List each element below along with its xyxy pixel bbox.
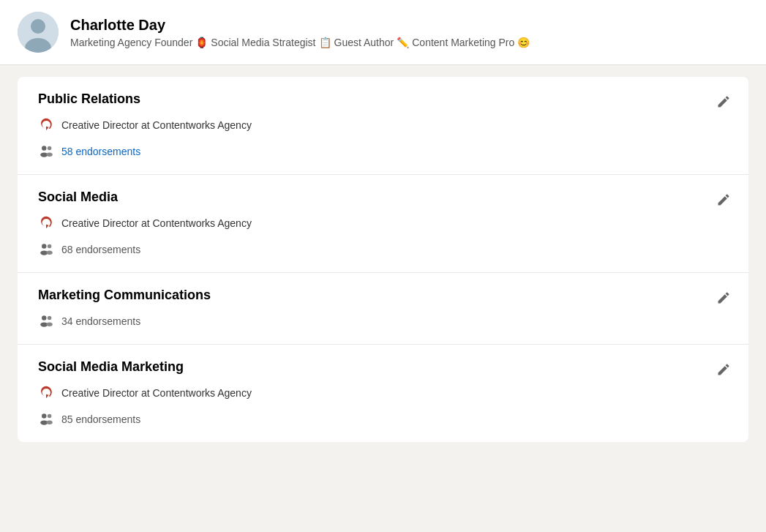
avatar xyxy=(18,12,59,53)
skill-icon-1 xyxy=(38,117,54,133)
tagline-role-1: Marketing Agency Founder xyxy=(70,37,192,48)
tagline-role-3: Guest Author xyxy=(334,37,394,48)
skill-title-4: Social Media Marketing xyxy=(38,359,728,375)
svg-point-17 xyxy=(48,414,52,419)
skill-title-1: Public Relations xyxy=(38,91,728,107)
edit-button-4[interactable] xyxy=(713,359,734,380)
edit-icon-4 xyxy=(716,362,731,377)
people-icon-1 xyxy=(38,143,54,160)
endorsements-row-2: 68 endorsements xyxy=(38,241,728,258)
skill-company-name-4: Creative Director at Contentworks Agency xyxy=(61,387,252,399)
people-icon-4 xyxy=(38,411,54,427)
endorsements-row-1: 58 endorsements xyxy=(38,143,728,160)
svg-point-14 xyxy=(46,322,52,326)
tagline-icon-1: 🏮 xyxy=(195,37,208,48)
tagline-icon-2: 📋 xyxy=(319,37,331,48)
endorsements-row-3: 34 endorsements xyxy=(38,313,728,329)
profile-tagline: Marketing Agency Founder 🏮 Social Media … xyxy=(70,37,530,48)
endorsements-count-2: 68 endorsements xyxy=(61,244,140,255)
endorsements-link-1[interactable]: 58 endorsements xyxy=(61,146,140,157)
svg-point-5 xyxy=(48,146,52,151)
skill-title-2: Social Media xyxy=(38,190,728,205)
tagline-role-2: Social Media Strategist xyxy=(211,37,315,48)
edit-icon-1 xyxy=(716,94,731,109)
endorsements-row-4: 85 endorsements xyxy=(38,411,728,427)
people-icon-2 xyxy=(38,241,54,258)
skill-section-social-media-marketing: Social Media Marketing Creative Director… xyxy=(18,345,748,442)
people-icon-3 xyxy=(38,313,54,329)
profile-header: Charlotte Day Marketing Agency Founder 🏮… xyxy=(0,0,766,65)
skill-section-public-relations: Public Relations Creative Director at Co… xyxy=(18,77,748,175)
svg-point-9 xyxy=(48,244,52,249)
svg-point-18 xyxy=(46,420,52,424)
svg-point-10 xyxy=(46,250,52,255)
svg-point-13 xyxy=(48,316,52,321)
skill-company-row-4: Creative Director at Contentworks Agency xyxy=(38,385,728,401)
endorsements-count-3: 34 endorsements xyxy=(61,315,140,327)
edit-button-3[interactable] xyxy=(713,288,734,308)
endorsements-count-4: 85 endorsements xyxy=(61,413,140,425)
skills-container: Public Relations Creative Director at Co… xyxy=(18,77,748,442)
skill-company-name-2: Creative Director at Contentworks Agency xyxy=(61,217,252,229)
skill-company-row-2: Creative Director at Contentworks Agency xyxy=(38,215,728,231)
skill-title-3: Marketing Communications xyxy=(38,288,728,303)
profile-name: Charlotte Day xyxy=(70,17,530,34)
skill-company-row-1: Creative Director at Contentworks Agency xyxy=(38,117,728,133)
tagline-icon-3: ✏️ xyxy=(397,37,409,48)
skill-icon-4 xyxy=(38,385,54,401)
profile-info: Charlotte Day Marketing Agency Founder 🏮… xyxy=(70,17,530,48)
skill-icon-2 xyxy=(38,215,54,231)
svg-point-6 xyxy=(46,152,52,157)
svg-point-3 xyxy=(42,146,46,150)
tagline-role-4: Content Marketing Pro xyxy=(412,37,514,48)
edit-button-2[interactable] xyxy=(713,190,734,210)
edit-button-1[interactable] xyxy=(713,91,734,112)
skill-section-social-media: Social Media Creative Director at Conten… xyxy=(18,175,748,273)
svg-point-1 xyxy=(31,19,45,34)
svg-point-7 xyxy=(42,244,46,248)
svg-point-15 xyxy=(42,413,46,418)
skill-company-name-1: Creative Director at Contentworks Agency xyxy=(61,119,252,131)
tagline-icon-4: 😊 xyxy=(517,37,530,48)
skill-section-marketing-communications: Marketing Communications 34 endorsements xyxy=(18,273,748,345)
edit-icon-2 xyxy=(716,192,731,207)
edit-icon-3 xyxy=(716,291,731,305)
svg-point-11 xyxy=(42,315,46,320)
